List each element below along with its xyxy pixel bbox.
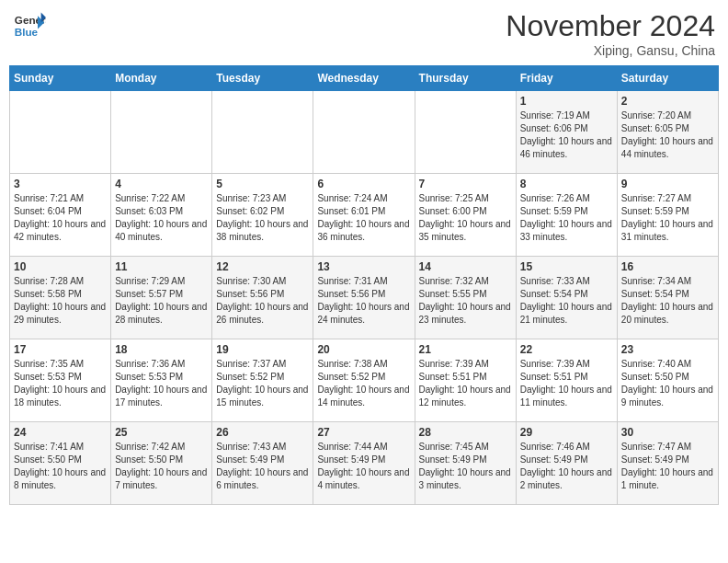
- day-info: Sunrise: 7:45 AM Sunset: 5:49 PM Dayligh…: [419, 441, 512, 492]
- calendar-cell: 5Sunrise: 7:23 AM Sunset: 6:02 PM Daylig…: [212, 174, 313, 257]
- day-info: Sunrise: 7:39 AM Sunset: 5:51 PM Dayligh…: [419, 358, 512, 409]
- day-info: Sunrise: 7:28 AM Sunset: 5:58 PM Dayligh…: [14, 275, 107, 327]
- calendar-cell: 27Sunrise: 7:44 AM Sunset: 5:49 PM Dayli…: [313, 422, 415, 505]
- day-number: 24: [14, 426, 107, 439]
- calendar-cell: 20Sunrise: 7:38 AM Sunset: 5:52 PM Dayli…: [313, 339, 415, 422]
- day-number: 5: [216, 178, 309, 190]
- day-number: 27: [317, 426, 410, 439]
- day-number: 13: [317, 260, 410, 273]
- day-info: Sunrise: 7:40 AM Sunset: 5:50 PM Dayligh…: [621, 358, 714, 409]
- calendar-cell: [10, 91, 111, 174]
- day-of-week-header: Tuesday: [212, 66, 313, 91]
- day-number: 8: [520, 178, 613, 190]
- day-number: 22: [520, 343, 613, 356]
- day-info: Sunrise: 7:31 AM Sunset: 5:56 PM Dayligh…: [317, 275, 410, 327]
- day-info: Sunrise: 7:26 AM Sunset: 5:59 PM Dayligh…: [520, 192, 613, 244]
- calendar-cell: 9Sunrise: 7:27 AM Sunset: 5:59 PM Daylig…: [617, 174, 718, 257]
- day-info: Sunrise: 7:20 AM Sunset: 6:05 PM Dayligh…: [621, 109, 714, 161]
- day-number: 16: [621, 260, 714, 273]
- day-info: Sunrise: 7:43 AM Sunset: 5:49 PM Dayligh…: [216, 441, 309, 492]
- day-number: 18: [115, 343, 208, 356]
- svg-text:Blue: Blue: [15, 26, 39, 38]
- day-info: Sunrise: 7:25 AM Sunset: 6:00 PM Dayligh…: [419, 192, 512, 244]
- day-info: Sunrise: 7:19 AM Sunset: 6:06 PM Dayligh…: [520, 109, 613, 161]
- day-number: 12: [216, 260, 309, 273]
- day-number: 2: [621, 95, 714, 108]
- calendar-cell: [313, 91, 415, 174]
- day-info: Sunrise: 7:33 AM Sunset: 5:54 PM Dayligh…: [520, 275, 613, 327]
- day-info: Sunrise: 7:24 AM Sunset: 6:01 PM Dayligh…: [317, 192, 410, 244]
- day-number: 30: [621, 426, 714, 439]
- day-info: Sunrise: 7:30 AM Sunset: 5:56 PM Dayligh…: [216, 275, 309, 327]
- calendar-cell: [212, 91, 313, 174]
- calendar-cell: 7Sunrise: 7:25 AM Sunset: 6:00 PM Daylig…: [415, 174, 516, 257]
- day-number: 29: [520, 426, 613, 439]
- day-number: 28: [419, 426, 512, 439]
- day-info: Sunrise: 7:46 AM Sunset: 5:49 PM Dayligh…: [520, 441, 613, 492]
- day-number: 15: [520, 260, 613, 273]
- day-info: Sunrise: 7:38 AM Sunset: 5:52 PM Dayligh…: [317, 358, 410, 409]
- day-number: 10: [14, 260, 107, 273]
- calendar-cell: 3Sunrise: 7:21 AM Sunset: 6:04 PM Daylig…: [10, 174, 111, 257]
- calendar-week-row: 1Sunrise: 7:19 AM Sunset: 6:06 PM Daylig…: [10, 91, 719, 174]
- calendar-cell: 18Sunrise: 7:36 AM Sunset: 5:53 PM Dayli…: [111, 339, 212, 422]
- day-info: Sunrise: 7:32 AM Sunset: 5:55 PM Dayligh…: [419, 275, 512, 327]
- logo-icon: General Blue: [13, 9, 46, 42]
- calendar-cell: 16Sunrise: 7:34 AM Sunset: 5:54 PM Dayli…: [617, 257, 718, 339]
- calendar-week-row: 3Sunrise: 7:21 AM Sunset: 6:04 PM Daylig…: [10, 174, 719, 257]
- calendar-cell: 8Sunrise: 7:26 AM Sunset: 5:59 PM Daylig…: [516, 174, 617, 257]
- page-header: General Blue November 2024 Xiping, Gansu…: [9, 9, 719, 58]
- calendar-week-row: 24Sunrise: 7:41 AM Sunset: 5:50 PM Dayli…: [10, 422, 719, 505]
- calendar-cell: 17Sunrise: 7:35 AM Sunset: 5:53 PM Dayli…: [10, 339, 111, 422]
- calendar-cell: 24Sunrise: 7:41 AM Sunset: 5:50 PM Dayli…: [10, 422, 111, 505]
- calendar-table: SundayMondayTuesdayWednesdayThursdayFrid…: [9, 65, 719, 505]
- day-of-week-header: Wednesday: [313, 66, 415, 91]
- calendar-cell: 4Sunrise: 7:22 AM Sunset: 6:03 PM Daylig…: [111, 174, 212, 257]
- day-number: 1: [520, 95, 613, 108]
- location: Xiping, Gansu, China: [506, 43, 715, 58]
- calendar-week-row: 17Sunrise: 7:35 AM Sunset: 5:53 PM Dayli…: [10, 339, 719, 422]
- day-number: 6: [317, 178, 410, 190]
- day-info: Sunrise: 7:36 AM Sunset: 5:53 PM Dayligh…: [115, 358, 208, 409]
- calendar-cell: 10Sunrise: 7:28 AM Sunset: 5:58 PM Dayli…: [10, 257, 111, 339]
- day-info: Sunrise: 7:35 AM Sunset: 5:53 PM Dayligh…: [14, 358, 107, 409]
- calendar-body: 1Sunrise: 7:19 AM Sunset: 6:06 PM Daylig…: [10, 91, 719, 505]
- day-of-week-header: Monday: [111, 66, 212, 91]
- day-info: Sunrise: 7:47 AM Sunset: 5:49 PM Dayligh…: [621, 441, 714, 492]
- day-number: 19: [216, 343, 309, 356]
- calendar-cell: 29Sunrise: 7:46 AM Sunset: 5:49 PM Dayli…: [516, 422, 617, 505]
- day-number: 7: [419, 178, 512, 190]
- calendar-cell: 21Sunrise: 7:39 AM Sunset: 5:51 PM Dayli…: [415, 339, 516, 422]
- day-number: 25: [115, 426, 208, 439]
- title-block: November 2024 Xiping, Gansu, China: [506, 9, 715, 58]
- day-of-week-header: Saturday: [617, 66, 718, 91]
- calendar-cell: 13Sunrise: 7:31 AM Sunset: 5:56 PM Dayli…: [313, 257, 415, 339]
- day-info: Sunrise: 7:29 AM Sunset: 5:57 PM Dayligh…: [115, 275, 208, 327]
- day-number: 20: [317, 343, 410, 356]
- day-info: Sunrise: 7:39 AM Sunset: 5:51 PM Dayligh…: [520, 358, 613, 409]
- day-info: Sunrise: 7:27 AM Sunset: 5:59 PM Dayligh…: [621, 192, 714, 244]
- calendar-cell: 28Sunrise: 7:45 AM Sunset: 5:49 PM Dayli…: [415, 422, 516, 505]
- day-number: 21: [419, 343, 512, 356]
- calendar-cell: 30Sunrise: 7:47 AM Sunset: 5:49 PM Dayli…: [617, 422, 718, 505]
- calendar-cell: 11Sunrise: 7:29 AM Sunset: 5:57 PM Dayli…: [111, 257, 212, 339]
- day-info: Sunrise: 7:44 AM Sunset: 5:49 PM Dayligh…: [317, 441, 410, 492]
- calendar-cell: 26Sunrise: 7:43 AM Sunset: 5:49 PM Dayli…: [212, 422, 313, 505]
- calendar-cell: 1Sunrise: 7:19 AM Sunset: 6:06 PM Daylig…: [516, 91, 617, 174]
- calendar-cell: 19Sunrise: 7:37 AM Sunset: 5:52 PM Dayli…: [212, 339, 313, 422]
- day-info: Sunrise: 7:21 AM Sunset: 6:04 PM Dayligh…: [14, 192, 107, 244]
- day-info: Sunrise: 7:34 AM Sunset: 5:54 PM Dayligh…: [621, 275, 714, 327]
- calendar-cell: 6Sunrise: 7:24 AM Sunset: 6:01 PM Daylig…: [313, 174, 415, 257]
- day-number: 17: [14, 343, 107, 356]
- day-info: Sunrise: 7:41 AM Sunset: 5:50 PM Dayligh…: [14, 441, 107, 492]
- calendar-header-row: SundayMondayTuesdayWednesdayThursdayFrid…: [10, 66, 719, 91]
- calendar-cell: 23Sunrise: 7:40 AM Sunset: 5:50 PM Dayli…: [617, 339, 718, 422]
- calendar-cell: 15Sunrise: 7:33 AM Sunset: 5:54 PM Dayli…: [516, 257, 617, 339]
- day-info: Sunrise: 7:42 AM Sunset: 5:50 PM Dayligh…: [115, 441, 208, 492]
- calendar-cell: 25Sunrise: 7:42 AM Sunset: 5:50 PM Dayli…: [111, 422, 212, 505]
- day-number: 11: [115, 260, 208, 273]
- calendar-week-row: 10Sunrise: 7:28 AM Sunset: 5:58 PM Dayli…: [10, 257, 719, 339]
- day-number: 9: [621, 178, 714, 190]
- day-number: 14: [419, 260, 512, 273]
- day-number: 26: [216, 426, 309, 439]
